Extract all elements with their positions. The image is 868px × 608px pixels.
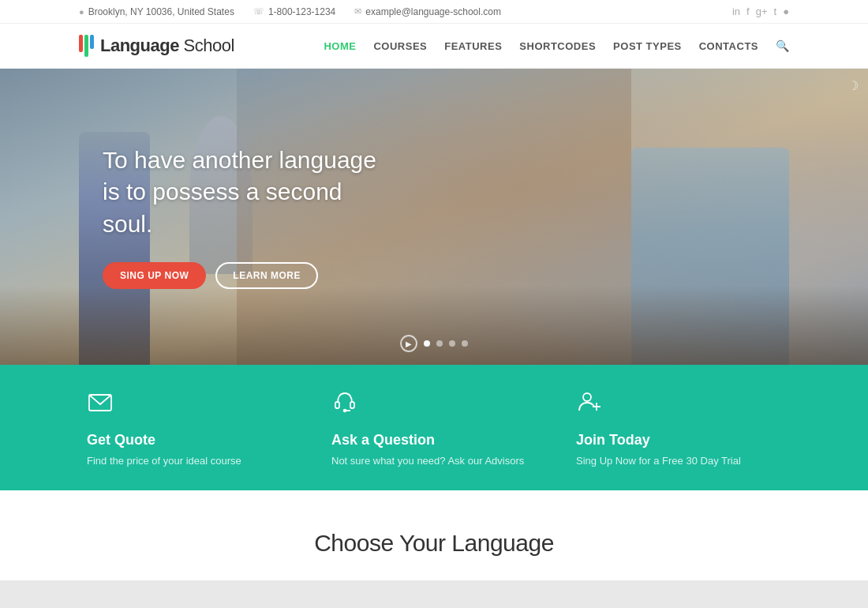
twitter-icon[interactable]: t [774,6,777,17]
slider-dot-4[interactable] [462,340,468,347]
email-item: ✉ example@language-school.com [354,6,501,17]
social-icons: in f g+ t ● [732,6,789,17]
features-strip-inner: Get Quote Find the price of your ideal c… [87,388,781,467]
slider-navigation: ▶ [400,335,468,352]
camera-icon[interactable]: ● [783,6,789,17]
hero-quote: To have another language is to possess a… [103,144,395,241]
hero-buttons: SING UP NOW LEARN MORE [103,262,395,289]
phone-item: ☏ 1-800-123-1234 [253,6,335,17]
choose-section: Choose Your Language [0,490,868,580]
learn-more-button[interactable]: LEARN MORE [215,262,318,289]
join-today-desc: Sing Up Now for a Free 30 Day Trial [576,455,741,467]
logo-suffix: School [184,36,234,55]
get-quote-desc: Find the price of your ideal course [87,455,241,467]
hero-content: To have another language is to possess a… [0,144,395,290]
nav-features[interactable]: FEATURES [444,40,502,52]
top-bar: ● Brooklyn, NY 10036, United States ☏ 1-… [0,0,868,24]
location-icon: ● [79,7,84,17]
slider-next-arrow[interactable]: ▶ [400,335,417,352]
features-strip: Get Quote Find the price of your ideal c… [0,365,868,490]
logo[interactable]: Language School [79,35,234,57]
person-add-icon [576,388,603,421]
svg-rect-2 [350,402,354,408]
nav-post-types[interactable]: POST TYPES [613,40,682,52]
signup-button[interactable]: SING UP NOW [103,262,206,289]
main-nav: HOME COURSES FEATURES SHORTCODES POST TY… [324,39,789,52]
logo-bar-blue [90,35,94,49]
join-today-title: Join Today [576,432,650,448]
phone-icon: ☏ [253,6,264,17]
logo-icon [79,35,94,57]
nav-courses[interactable]: COURSES [373,40,427,52]
facebook-icon[interactable]: f [746,6,750,17]
ask-question-desc: Not sure what you need? Ask our Advisors [331,455,524,467]
feature-ask-question[interactable]: Ask a Question Not sure what you need? A… [331,388,537,467]
logo-text: Language School [100,36,234,56]
nav-contacts[interactable]: CONTACTS [699,40,758,52]
svg-point-5 [583,393,591,401]
slider-dot-1[interactable] [424,340,430,347]
header: Language School HOME COURSES FEATURES SH… [0,24,868,69]
slider-dot-2[interactable] [436,340,443,347]
feature-join-today[interactable]: Join Today Sing Up Now for a Free 30 Day… [576,388,781,467]
search-icon[interactable]: 🔍 [776,39,789,52]
get-quote-title: Get Quote [87,432,155,448]
svg-point-4 [344,410,346,412]
address-text: Brooklyn, NY 10036, United States [88,6,234,17]
linkedin-icon[interactable]: in [732,6,740,17]
feature-get-quote[interactable]: Get Quote Find the price of your ideal c… [87,388,292,467]
svg-rect-1 [335,402,339,408]
logo-brand: Language [100,36,179,55]
address-item: ● Brooklyn, NY 10036, United States [79,6,234,17]
mail-icon [87,388,114,421]
hero-section: ☽ To have another language is to possess… [0,69,868,365]
googleplus-icon[interactable]: g+ [756,6,768,17]
email-icon: ✉ [354,6,361,17]
nav-home[interactable]: HOME [324,40,356,52]
choose-title: Choose Your Language [79,530,789,557]
email-text: example@language-school.com [365,6,501,17]
ask-question-title: Ask a Question [331,432,435,448]
nav-shortcodes[interactable]: SHORTCODES [519,40,596,52]
phone-text: 1-800-123-1234 [268,6,335,17]
logo-bar-green [84,35,88,57]
moon-icon: ☽ [847,78,859,93]
logo-bar-red [79,35,83,52]
headset-icon [331,388,358,421]
slider-dot-3[interactable] [449,340,455,347]
